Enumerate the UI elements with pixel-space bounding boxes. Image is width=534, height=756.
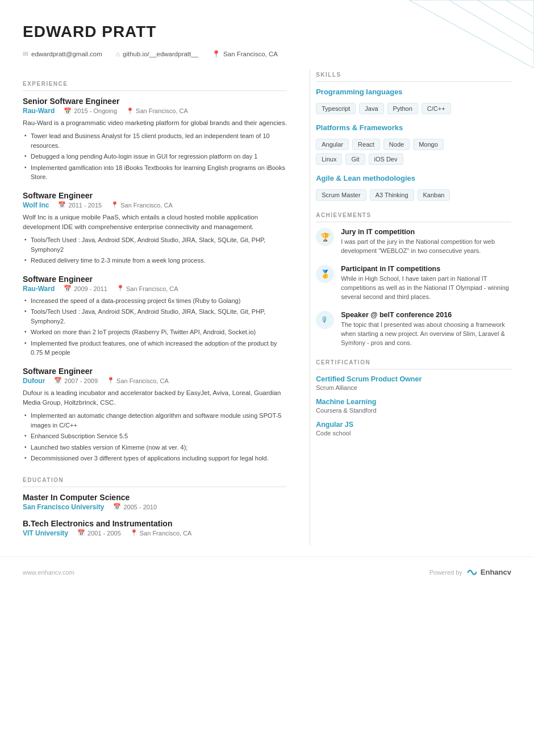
exp-company-2: Wolf Inc bbox=[23, 201, 49, 209]
medal-icon: 🥇 bbox=[320, 269, 330, 279]
mic-icon: 🎙 bbox=[321, 315, 329, 325]
exp-entry-2: Software Engineer Wolf Inc 📅 2011 - 2015… bbox=[23, 191, 287, 265]
enhancv-icon bbox=[466, 566, 478, 579]
svg-marker-0 bbox=[409, 0, 534, 68]
exp-location-1: 📍 San Francisco, CA bbox=[126, 107, 188, 115]
skill-python: Python bbox=[387, 103, 418, 114]
trophy-icon: 🏆 bbox=[320, 232, 330, 242]
skill-typescript: Typescript bbox=[316, 103, 356, 114]
bullet-2-1: Tools/Tech Used : Java, Android SDK, And… bbox=[23, 235, 287, 254]
pin-icon-edu-2: 📍 bbox=[130, 529, 138, 537]
github-contact: ⌂ github.io/__edwardpratt__ bbox=[116, 50, 198, 58]
main-layout: EXPERIENCE Senior Software Engineer Rau-… bbox=[0, 69, 534, 545]
footer-powered: Powered by Enhancv bbox=[429, 566, 511, 579]
skill-git: Git bbox=[345, 153, 365, 165]
exp-entry-4: Software Engineer Dufour 📅 2007 - 2009 📍… bbox=[23, 367, 287, 463]
achievement-icon-3: 🎙 bbox=[316, 311, 334, 329]
exp-date-3: 📅 2009 - 2011 bbox=[64, 285, 107, 292]
exp-meta-2: Wolf Inc 📅 2011 - 2015 📍 San Francisco, … bbox=[23, 201, 287, 209]
exp-desc-2: Wolf Inc is a unique mobile PaaS, which … bbox=[23, 213, 287, 232]
bullet-4-1: Implemented an automatic change detectio… bbox=[23, 411, 287, 430]
exp-desc-4: Dufour is a leading incubator and accele… bbox=[23, 388, 287, 408]
left-column: EXPERIENCE Senior Software Engineer Rau-… bbox=[23, 69, 293, 545]
bullet-3-1: Increased the speed of a data-processing… bbox=[23, 296, 287, 306]
exp-bullets-1: Tower lead and Business Analyst for 15 c… bbox=[23, 131, 287, 182]
skill-a3: A3 Thinking bbox=[370, 189, 414, 201]
skill-cpp: C/C++ bbox=[422, 103, 451, 114]
resume-page: EDWARD PRATT ✉ edwardpratt@gmail.com ⌂ g… bbox=[0, 0, 534, 756]
powered-by-label: Powered by bbox=[429, 569, 462, 576]
agile-skills: Agile & Lean methodologies Scrum Master … bbox=[316, 174, 511, 201]
programming-tags: Typescript Java Python C/C++ bbox=[316, 103, 511, 114]
exp-entry-1: Senior Software Engineer Rau-Ward 📅 2015… bbox=[23, 97, 287, 182]
edu-date-2: 📅 2001 - 2005 bbox=[77, 529, 121, 537]
edu-school-2: VIT University bbox=[23, 529, 68, 537]
cert-issuer-1: Scrum Alliance bbox=[316, 384, 511, 391]
exp-date-4: 📅 2007 - 2009 bbox=[54, 377, 98, 384]
pin-icon-2: 📍 bbox=[111, 201, 119, 209]
skill-linux: Linux bbox=[316, 153, 342, 165]
bullet-3-4: Implemented five product features, one o… bbox=[23, 339, 287, 358]
skill-react: React bbox=[352, 139, 380, 150]
calendar-icon-2: 📅 bbox=[58, 201, 66, 209]
exp-location-4: 📍 San Francisco, CA bbox=[107, 377, 169, 384]
exp-bullets-4: Implemented an automatic change detectio… bbox=[23, 411, 287, 463]
bullet-1-3: Implemented gamification into 18 iBooks … bbox=[23, 163, 287, 182]
skill-node: Node bbox=[383, 139, 410, 150]
platforms-skills: Platforms & Frameworks Angular React Nod… bbox=[316, 123, 511, 165]
achievement-desc-2: While in High School, I have taken part … bbox=[341, 275, 511, 302]
exp-location-3: 📍 San Francisco, CA bbox=[116, 285, 178, 292]
exp-title-4: Software Engineer bbox=[23, 367, 287, 376]
skill-scrum: Scrum Master bbox=[316, 189, 366, 201]
edu-school-1: San Francisco University bbox=[23, 503, 104, 511]
edu-meta-2: VIT University 📅 2001 - 2005 📍 San Franc… bbox=[23, 529, 287, 537]
achievement-1: 🏆 Jury in IT competition I was part of t… bbox=[316, 228, 511, 256]
achievements-section-label: ACHIEVEMENTS bbox=[316, 212, 511, 222]
edu-meta-1: San Francisco University 📅 2005 - 2010 bbox=[23, 503, 287, 511]
achievement-icon-1: 🏆 bbox=[316, 228, 334, 246]
achievement-content-2: Participant in IT competitions While in … bbox=[341, 265, 511, 302]
calendar-icon-edu-2: 📅 bbox=[77, 529, 85, 537]
exp-company-4: Dufour bbox=[23, 377, 45, 385]
bullet-4-2: Enhanced Subscription Service 5.5 bbox=[23, 431, 287, 441]
svg-marker-2 bbox=[477, 0, 534, 34]
bullet-4-4: Decommissioned over 3 different types of… bbox=[23, 454, 287, 463]
calendar-icon-1: 📅 bbox=[64, 107, 72, 115]
exp-bullets-3: Increased the speed of a data-processing… bbox=[23, 296, 287, 358]
cert-3: Angular JS Code school bbox=[316, 421, 511, 437]
exp-meta-3: Rau-Ward 📅 2009 - 2011 📍 San Francisco, … bbox=[23, 285, 287, 293]
skill-kanban: Kanban bbox=[418, 189, 450, 201]
cert-issuer-3: Code school bbox=[316, 430, 511, 437]
experience-section-label: EXPERIENCE bbox=[23, 81, 287, 91]
agile-subtitle: Agile & Lean methodologies bbox=[316, 174, 511, 185]
enhancv-brand: Enhancv bbox=[466, 566, 511, 579]
bullet-4-3: Launched two stables version of Kimeme (… bbox=[23, 443, 287, 452]
exp-location-2: 📍 San Francisco, CA bbox=[111, 201, 173, 209]
cert-1: Certified Scrum Product Owner Scrum Alli… bbox=[316, 375, 511, 391]
svg-marker-3 bbox=[506, 0, 534, 17]
pin-icon-1: 📍 bbox=[126, 107, 134, 115]
cert-name-3: Angular JS bbox=[316, 421, 511, 429]
exp-entry-3: Software Engineer Rau-Ward 📅 2009 - 2011… bbox=[23, 275, 287, 358]
skill-iosdev: iOS Dev bbox=[369, 153, 403, 165]
achievement-title-1: Jury in IT competition bbox=[341, 228, 511, 236]
github-icon: ⌂ bbox=[116, 50, 120, 58]
location-value: San Francisco, CA bbox=[223, 51, 278, 57]
calendar-icon-3: 📅 bbox=[64, 285, 72, 292]
exp-company-3: Rau-Ward bbox=[23, 285, 55, 293]
platforms-tags-row2: Linux Git iOS Dev bbox=[316, 153, 511, 165]
exp-title-2: Software Engineer bbox=[23, 191, 287, 200]
exp-title-1: Senior Software Engineer bbox=[23, 97, 287, 106]
cert-issuer-2: Coursera & Standford bbox=[316, 407, 511, 414]
bullet-2-2: Reduced delivery time to 2-3 minute from… bbox=[23, 256, 287, 265]
email-contact: ✉ edwardpratt@gmail.com bbox=[23, 50, 102, 58]
agile-tags: Scrum Master A3 Thinking Kanban bbox=[316, 189, 511, 201]
edu-location-2: 📍 San Francisco, CA bbox=[130, 529, 192, 537]
exp-title-3: Software Engineer bbox=[23, 275, 287, 284]
svg-marker-1 bbox=[449, 0, 534, 51]
pin-icon-3: 📍 bbox=[116, 285, 124, 292]
header-decoration bbox=[295, 0, 534, 68]
cert-name-1: Certified Scrum Product Owner bbox=[316, 375, 511, 383]
edu-date-1: 📅 2005 - 2010 bbox=[113, 503, 157, 510]
bullet-3-2: Tools/Tech Used : Java, Android SDK, And… bbox=[23, 307, 287, 326]
